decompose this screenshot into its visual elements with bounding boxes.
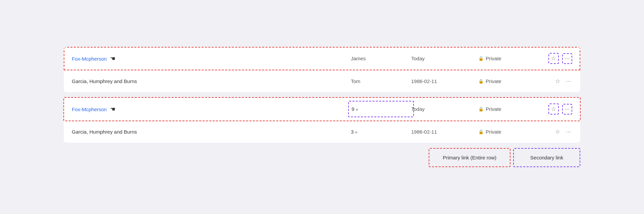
more-button[interactable]: ··· <box>562 104 572 115</box>
cell-date: Today <box>411 106 478 112</box>
star-button[interactable]: ☆ <box>554 127 561 137</box>
privacy-label: Private <box>486 56 501 61</box>
privacy-label: Private <box>486 78 501 84</box>
cell-owner: James <box>351 56 411 61</box>
cell-privacy: 🔒 Private <box>478 56 539 61</box>
more-button[interactable]: ··· <box>562 53 572 64</box>
secondary-count: 9 <box>352 106 354 112</box>
lock-icon: 🔒 <box>478 106 484 112</box>
secondary-value-cell: 3 » <box>351 129 411 135</box>
cell-name[interactable]: Fox-Mcpherson ☚ <box>72 55 351 62</box>
name-plain: Garcia, Humphrey and Burns <box>72 78 137 84</box>
primary-link-legend: Primary link (Entire row) <box>429 148 511 167</box>
cell-date: Today <box>411 56 478 61</box>
lock-icon: 🔒 <box>478 79 484 84</box>
cell-actions: ☆ ··· <box>539 103 572 115</box>
cell-date: 1986-02-11 <box>411 129 478 135</box>
secondary-link-label: Secondary link <box>530 155 563 160</box>
star-button[interactable]: ☆ <box>548 103 559 115</box>
cell-privacy: 🔒 Private <box>478 106 539 112</box>
secondary-link-legend: Secondary link <box>513 148 580 167</box>
cell-date: 1986-02-11 <box>411 78 478 84</box>
chevron-double-icon: » <box>355 130 358 135</box>
star-button[interactable]: ☆ <box>548 53 559 64</box>
more-button[interactable]: ··· <box>565 127 572 137</box>
table-row[interactable]: Fox-Mcpherson ☚ James Today 🔒 Private ☆ … <box>64 47 580 70</box>
privacy-label: Private <box>486 129 501 135</box>
cell-name: Garcia, Humphrey and Burns <box>72 129 351 135</box>
cell-name[interactable]: Fox-Mcpherson ☚ <box>72 105 351 113</box>
table-1: Fox-Mcpherson ☚ James Today 🔒 Private ☆ … <box>64 47 580 92</box>
cursor-icon: ☚ <box>110 55 115 62</box>
lock-icon: 🔒 <box>478 129 484 134</box>
cell-privacy: 🔒 Private <box>478 78 539 84</box>
privacy-label: Private <box>486 106 501 112</box>
name-link[interactable]: Fox-Mcpherson <box>72 56 107 62</box>
legend-section: Primary link (Entire row) Secondary link <box>64 148 580 167</box>
table-row[interactable]: Fox-Mcpherson ☚ 9 » Today 🔒 Private ☆ ··… <box>64 97 580 121</box>
primary-link-label: Primary link (Entire row) <box>443 155 496 160</box>
name-link[interactable]: Fox-Mcpherson <box>72 106 107 112</box>
cell-actions: ☆ ··· <box>539 53 572 64</box>
cell-name: Garcia, Humphrey and Burns <box>72 78 351 84</box>
star-button[interactable]: ☆ <box>554 76 561 86</box>
secondary-count: 3 <box>351 129 354 135</box>
cursor-icon: ☚ <box>110 105 115 113</box>
secondary-value-cell[interactable]: 9 » <box>348 101 414 117</box>
cell-actions: ☆ ··· <box>539 127 572 137</box>
name-plain: Garcia, Humphrey and Burns <box>72 129 137 135</box>
table-row[interactable]: Garcia, Humphrey and Burns 3 » 1986-02-1… <box>64 121 580 143</box>
page-container: Fox-Mcpherson ☚ James Today 🔒 Private ☆ … <box>64 47 580 167</box>
lock-icon: 🔒 <box>478 56 484 61</box>
cell-actions: ☆ ··· <box>539 76 572 86</box>
cell-owner: Tom <box>351 78 411 84</box>
more-button[interactable]: ··· <box>565 77 572 86</box>
table-row[interactable]: Garcia, Humphrey and Burns Tom 1986-02-1… <box>64 70 580 92</box>
chevron-double-icon: » <box>356 107 358 112</box>
cell-privacy: 🔒 Private <box>478 129 539 135</box>
table-2: Fox-Mcpherson ☚ 9 » Today 🔒 Private ☆ ··… <box>64 97 580 143</box>
